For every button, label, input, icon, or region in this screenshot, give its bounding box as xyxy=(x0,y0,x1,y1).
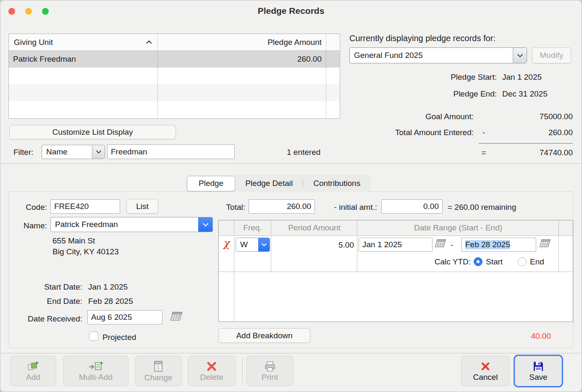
change-icon xyxy=(153,361,163,372)
chevron-down-icon xyxy=(258,238,270,251)
address-line1: 655 Main St xyxy=(52,236,95,246)
selected-text: Feb 28 2025 xyxy=(465,240,510,249)
save-button[interactable]: Save xyxy=(515,356,562,386)
goal-amount-label: Goal Amount: xyxy=(349,112,474,122)
column-header-label: Giving Unit xyxy=(14,38,53,47)
goal-amount-value: 75000.00 xyxy=(489,112,573,122)
fund-select[interactable]: General Fund 2025 xyxy=(349,47,527,63)
change-button[interactable]: Change xyxy=(135,356,182,386)
fund-select-value: General Fund 2025 xyxy=(350,48,513,63)
date-picker-icon[interactable] xyxy=(170,311,184,324)
date-picker-icon[interactable] xyxy=(539,239,552,250)
window-title: Pledge Records xyxy=(0,6,582,16)
add-button[interactable]: Add xyxy=(10,356,56,386)
total-entered-value: 260.00 xyxy=(489,128,573,138)
code-label: Code: xyxy=(13,202,47,212)
save-floppy-icon xyxy=(533,361,544,372)
tab-bar: Pledge Pledge Detail Contributions xyxy=(186,175,371,192)
table-row-empty xyxy=(9,101,340,118)
name-label: Name: xyxy=(13,221,47,231)
pledge-end-value: Dec 31 2025 xyxy=(502,89,548,99)
column-header-freq: Freq. xyxy=(234,223,271,233)
column-header-date-range: Date Range (Start - End) xyxy=(357,223,559,233)
pledge-amount-cell: 260.00 xyxy=(158,51,326,68)
date-received-input[interactable]: Aug 6 2025 xyxy=(87,310,163,324)
tab-pledge-detail[interactable]: Pledge Detail xyxy=(235,176,303,191)
filter-text-input[interactable]: Freedman xyxy=(107,144,235,159)
pledge-start-value: Jan 1 2025 xyxy=(502,72,542,82)
tab-pledge[interactable]: Pledge xyxy=(187,176,235,191)
list-button[interactable]: List xyxy=(126,199,158,214)
frequency-select[interactable]: W xyxy=(236,238,270,252)
goal-remaining-value: 74740.00 xyxy=(489,148,573,158)
multi-add-button[interactable]: Multi-Add xyxy=(63,356,128,386)
chevron-down-icon xyxy=(92,145,105,159)
multi-add-icon xyxy=(88,361,103,372)
projected-label: Projected xyxy=(102,332,136,342)
table-row[interactable]: Patrick Freedman 260.00 xyxy=(9,51,340,68)
section-divider xyxy=(0,163,582,164)
column-header-pledge-amount[interactable]: Pledge Amount xyxy=(158,34,326,50)
calc-ytd-end-radio[interactable] xyxy=(518,257,527,266)
projected-checkbox[interactable] xyxy=(89,332,98,341)
initial-amount-label: - initial amt.: xyxy=(316,202,377,212)
end-date-value: Feb 28 2025 xyxy=(88,296,133,306)
initial-amount-input[interactable]: 0.00 xyxy=(381,199,443,214)
table-scrollbar-area xyxy=(326,34,340,50)
entered-count-text: 1 entered xyxy=(287,147,320,157)
start-date-value: Jan 1 2025 xyxy=(88,282,128,292)
delete-button[interactable]: Delete xyxy=(188,356,236,386)
delete-x-icon xyxy=(206,361,217,372)
cancel-x-icon xyxy=(480,361,491,372)
customize-list-display-button[interactable]: Customize List Display xyxy=(9,125,176,139)
table-row-empty xyxy=(9,84,340,101)
date-picker-icon[interactable] xyxy=(434,239,448,250)
pledge-records-window: Pledge Records Giving Unit Pledge Amount… xyxy=(0,0,582,392)
toolbar-separator xyxy=(242,358,243,383)
printer-icon xyxy=(264,361,276,372)
chevron-down-icon xyxy=(198,217,212,232)
pledge-start-label: Pledge Start: xyxy=(349,72,497,82)
giving-unit-table: Giving Unit Pledge Amount Patrick Freedm… xyxy=(8,34,340,119)
breakdown-total-value: 40.00 xyxy=(504,331,551,341)
breakdown-table: Freq. Period Amount Date Range (Start - … xyxy=(218,220,573,322)
range-end-input[interactable]: Feb 28 2025 xyxy=(461,238,536,252)
add-breakdown-button[interactable]: Add Breakdown xyxy=(218,328,310,343)
range-start-input[interactable]: Jan 1 2025 xyxy=(359,238,433,252)
remaining-amount-text: = 260.00 remaining xyxy=(448,202,516,212)
delete-row-icon[interactable]: χ xyxy=(220,238,233,248)
column-header-period-amount: Period Amount xyxy=(271,223,357,233)
start-date-label: Start Date: xyxy=(13,282,82,292)
add-icon xyxy=(27,361,39,372)
column-header-giving-unit[interactable]: Giving Unit xyxy=(9,34,158,50)
fund-panel-heading: Currently displaying pledge records for: xyxy=(349,33,495,44)
calc-ytd-start-radio[interactable] xyxy=(474,257,482,266)
print-button[interactable]: Print xyxy=(246,356,293,386)
frequency-value: W xyxy=(236,238,258,251)
modify-fund-button[interactable]: Modify xyxy=(532,47,571,63)
pledge-end-label: Pledge End: xyxy=(349,89,497,99)
tab-contributions[interactable]: Contributions xyxy=(303,176,370,191)
total-input[interactable]: 260.00 xyxy=(249,199,315,214)
filter-field-value: Name xyxy=(42,145,92,159)
total-label: Total: xyxy=(218,202,245,212)
table-row-empty xyxy=(9,68,340,84)
name-select-value: Patrick Freedman xyxy=(51,217,198,232)
total-entered-label: Total Amount Entered: xyxy=(349,128,474,138)
end-date-label: End Date: xyxy=(13,296,82,306)
table-header-row: Giving Unit Pledge Amount xyxy=(9,34,340,51)
code-input[interactable]: FREE420 xyxy=(50,199,120,214)
sort-ascending-icon xyxy=(146,40,152,44)
giving-unit-cell: Patrick Freedman xyxy=(9,51,158,68)
date-received-label: Date Received: xyxy=(8,314,82,324)
sum-divider-line xyxy=(479,143,573,144)
calc-ytd-end-label: End xyxy=(530,257,544,267)
calc-ytd-label: Calc YTD: xyxy=(412,257,471,267)
address-line2: Big City, KY 40123 xyxy=(52,247,119,257)
cancel-button[interactable]: Cancel xyxy=(461,356,510,386)
name-select[interactable]: Patrick Freedman xyxy=(50,217,213,232)
period-amount-value: 5.00 xyxy=(273,240,354,250)
filter-field-select[interactable]: Name xyxy=(42,145,105,159)
column-header-label: Pledge Amount xyxy=(267,38,322,47)
minus-sign: - xyxy=(479,128,489,138)
